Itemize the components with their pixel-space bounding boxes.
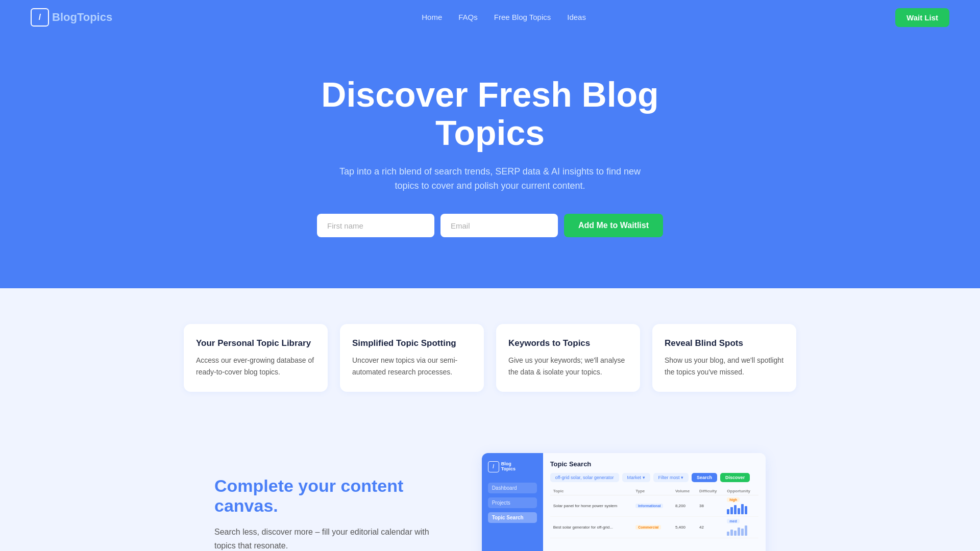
nav-link-faqs[interactable]: FAQs [458, 13, 478, 21]
mockup-sidebar-topic-search[interactable]: Topic Search [488, 512, 537, 523]
bar-chart-0 [727, 502, 755, 514]
canvas-heading: Complete your content canvas. [214, 476, 451, 516]
mockup-search-btn[interactable]: Search [692, 473, 717, 482]
mockup-search-bar: off-grid solar, solar generator Market ▾… [550, 473, 758, 482]
table-cell-diff-0: 38 [696, 495, 724, 516]
table-cell-type-0: Informational [632, 495, 672, 516]
bar-chart-1 [727, 523, 755, 536]
hero-form: Add Me to Waitlist [10, 214, 970, 237]
table-cell-type-1: Commercial [632, 516, 672, 538]
hero-section: Discover Fresh Blog Topics Tap into a ri… [0, 35, 980, 288]
table-row-0: Solar panel for home power system Inform… [550, 495, 758, 516]
table-cell-volume-1: 5,400 [672, 516, 696, 538]
nav-link-ideas[interactable]: Ideas [567, 13, 586, 21]
logo[interactable]: / BlogTopics [31, 8, 112, 27]
table-cell-topic-0: Solar panel for home power system [550, 495, 633, 516]
mockup-main: Topic Search off-grid solar, solar gener… [543, 453, 766, 551]
mockup-logo-icon: / [488, 461, 499, 472]
table-cell-topic-1: Best solar generator for off-grid... [550, 516, 633, 538]
feature-desc-3: Show us your blog, and we'll spotlight t… [665, 355, 784, 378]
feature-card-3: Reveal Blind Spots Show us your blog, an… [652, 324, 796, 392]
feature-title-3: Reveal Blind Spots [665, 338, 784, 348]
mockup-filter-most[interactable]: Filter most ▾ [653, 473, 689, 482]
table-cell-diff-1: 42 [696, 516, 724, 538]
hero-subtext: Tap into a rich blend of search trends, … [327, 164, 653, 194]
hero-headline: Discover Fresh Blog Topics [296, 76, 684, 152]
firstname-input[interactable] [317, 214, 434, 237]
feature-title-0: Your Personal Topic Library [196, 338, 315, 348]
feature-card-1: Simplified Topic Spotting Uncover new to… [340, 324, 484, 392]
canvas-section: Complete your content canvas. Search les… [184, 422, 796, 551]
canvas-desc: Search less, discover more – fill your e… [214, 525, 451, 551]
table-header-type: Type [632, 487, 672, 495]
navbar: / BlogTopics Home FAQs Free Blog Topics … [0, 0, 980, 35]
table-cell-volume-0: 8,200 [672, 495, 696, 516]
table-header-opportunity: Opportunity [724, 487, 758, 495]
feature-card-0: Your Personal Topic Library Access our e… [184, 324, 328, 392]
table-cell-opp-0: high [724, 495, 758, 516]
nav-link-free-blog-topics[interactable]: Free Blog Topics [494, 13, 551, 21]
table-header-topic: Topic [550, 487, 633, 495]
feature-desc-0: Access our ever-growing database of read… [196, 355, 315, 378]
mockup-logo: / Blog Topics [488, 461, 537, 472]
feature-title-1: Simplified Topic Spotting [352, 338, 472, 348]
mockup-discover-btn[interactable]: Discover [720, 473, 750, 482]
mockup-logo-words: Blog Topics [501, 462, 516, 472]
feature-desc-1: Uncover new topics via our semi-automate… [352, 355, 472, 378]
mockup-sidebar-projects[interactable]: Projects [488, 497, 537, 508]
table-header-volume: Volume [672, 487, 696, 495]
app-mockup-inner: / Blog Topics Dashboard Projects Topic S… [482, 453, 766, 551]
nav-links: Home FAQs Free Blog Topics Ideas [422, 13, 586, 22]
email-input[interactable] [440, 214, 558, 237]
features-grid: Your Personal Topic Library Access our e… [184, 324, 796, 392]
nav-waitlist-button[interactable]: Wait List [895, 8, 949, 27]
feature-card-2: Keywords to Topics Give us your keywords… [496, 324, 640, 392]
mockup-sidebar: / Blog Topics Dashboard Projects Topic S… [482, 453, 543, 551]
features-section: Your Personal Topic Library Access our e… [0, 288, 980, 422]
logo-text: BlogTopics [52, 11, 112, 24]
mockup-filter-keywords[interactable]: off-grid solar, solar generator [550, 473, 619, 482]
table-header-difficulty: Difficulty [696, 487, 724, 495]
table-cell-opp-1: med [724, 516, 758, 538]
add-to-waitlist-button[interactable]: Add Me to Waitlist [564, 214, 663, 237]
mockup-filter-market[interactable]: Market ▾ [622, 473, 650, 482]
mockup-sidebar-dashboard[interactable]: Dashboard [488, 483, 537, 493]
nav-link-home[interactable]: Home [422, 13, 442, 21]
mockup-table: Topic Type Volume Difficulty Opportunity… [550, 487, 758, 538]
mockup-main-title: Topic Search [550, 460, 758, 468]
app-mockup: / Blog Topics Dashboard Projects Topic S… [482, 453, 766, 551]
logo-icon: / [31, 8, 49, 27]
feature-desc-2: Give us your keywords; we'll analyse the… [508, 355, 628, 378]
feature-title-2: Keywords to Topics [508, 338, 628, 348]
table-row-1: Best solar generator for off-grid... Com… [550, 516, 758, 538]
canvas-text: Complete your content canvas. Search les… [214, 476, 451, 551]
